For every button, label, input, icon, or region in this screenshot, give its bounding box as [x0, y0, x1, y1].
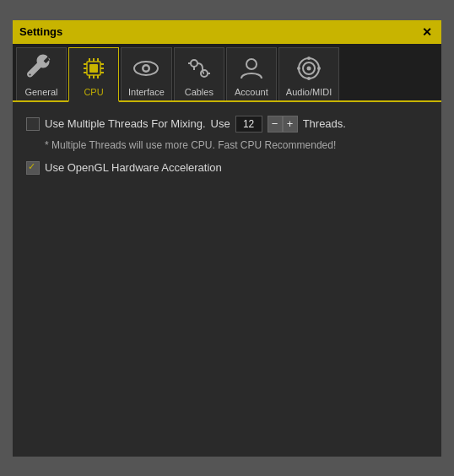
- decrement-button[interactable]: −: [268, 116, 283, 133]
- svg-point-27: [307, 77, 311, 80]
- cpu-icon: [77, 51, 111, 85]
- window-title: Settings: [19, 25, 62, 38]
- person-icon: [235, 51, 268, 85]
- svg-point-28: [297, 67, 300, 70]
- threads-label: Threads.: [303, 117, 346, 130]
- thread-count-input[interactable]: [235, 116, 262, 133]
- close-button[interactable]: ✕: [419, 24, 435, 40]
- account-tab-label: Account: [235, 87, 268, 97]
- opengl-row: Use OpenGL Hardware Acceleration: [26, 161, 428, 175]
- title-bar: Settings ✕: [13, 20, 441, 44]
- svg-point-26: [307, 57, 311, 60]
- multithreading-info: * Multiple Threads will use more CPU. Fa…: [45, 139, 428, 151]
- svg-rect-1: [89, 64, 98, 73]
- increment-button[interactable]: +: [283, 116, 298, 133]
- audio-icon: [292, 51, 326, 85]
- opengl-checkbox[interactable]: [26, 161, 40, 175]
- cables-icon: [182, 51, 216, 85]
- tab-general[interactable]: General: [16, 47, 67, 100]
- thread-stepper: − +: [268, 116, 298, 133]
- tab-audio-midi[interactable]: Audio/MIDI: [278, 47, 339, 100]
- svg-point-22: [246, 59, 257, 69]
- opengl-label: Use OpenGL Hardware Acceleration: [45, 161, 222, 174]
- eye-icon: [129, 51, 163, 85]
- multithreading-checkbox[interactable]: [26, 117, 40, 131]
- content-area: Use Multiple Threads For Mixing. Use − +…: [13, 102, 441, 457]
- tab-cpu[interactable]: CPU: [68, 47, 119, 102]
- svg-point-25: [307, 66, 311, 70]
- settings-window: Settings ✕ General: [12, 19, 442, 457]
- svg-point-17: [191, 60, 197, 67]
- use-label: Use: [211, 117, 230, 130]
- tab-cables[interactable]: Cables: [174, 47, 224, 100]
- tab-interface[interactable]: Interface: [121, 47, 172, 100]
- interface-tab-label: Interface: [128, 87, 165, 97]
- general-tab-label: General: [24, 87, 57, 97]
- multithreading-row: Use Multiple Threads For Mixing. Use − +…: [26, 116, 428, 133]
- tab-bar: General: [13, 44, 441, 102]
- cables-tab-label: Cables: [185, 87, 213, 97]
- cpu-tab-label: CPU: [84, 87, 103, 97]
- multithreading-label: Use Multiple Threads For Mixing.: [45, 117, 206, 130]
- tab-account[interactable]: Account: [226, 47, 277, 100]
- svg-point-16: [144, 66, 149, 70]
- wrench-icon: [24, 51, 58, 85]
- svg-point-29: [317, 67, 321, 70]
- audio-midi-tab-label: Audio/MIDI: [286, 87, 332, 97]
